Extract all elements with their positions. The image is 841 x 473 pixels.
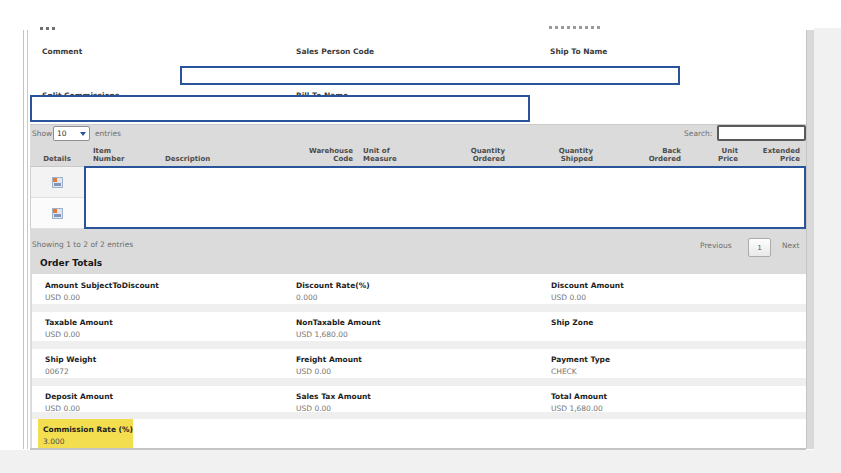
clipped-text-fragment	[40, 27, 58, 30]
column-header-unit-of-measure[interactable]: Unit ofMeasure	[363, 147, 425, 163]
line-items-grid	[84, 166, 806, 229]
table-row	[31, 167, 84, 198]
field-nontaxable-amount: NonTaxable Amount USD 1,680.00	[296, 318, 536, 339]
column-header-quantity-ordered[interactable]: QuantityOrdered	[435, 147, 505, 163]
split-commissions-input[interactable]	[30, 95, 530, 122]
field-freight-amount: Freight Amount USD 0.00	[296, 355, 536, 376]
order-totals-title: Order Totals	[40, 258, 102, 268]
page-size-value: 10	[57, 129, 67, 138]
page-number-button[interactable]: 1	[748, 238, 771, 257]
search-label: Search:	[684, 129, 712, 138]
field-amount-subject-to-discount: Amount SubjectToDiscount USD 0.00	[45, 281, 285, 302]
sales-person-code-label: Sales Person Code	[296, 47, 374, 56]
field-discount-amount: Discount Amount USD 0.00	[551, 281, 791, 302]
vertical-scrollbar[interactable]	[806, 30, 814, 449]
field-discount-rate: Discount Rate(%) 0.000	[296, 281, 536, 302]
column-header-unit-price[interactable]: UnitPrice	[673, 147, 738, 163]
field-sales-tax-amount: Sales Tax Amount USD 0.00	[296, 392, 536, 413]
field-ship-weight: Ship Weight 00672	[45, 355, 285, 376]
field-total-amount: Total Amount USD 1,680.00	[551, 392, 791, 413]
column-header-description[interactable]: Description	[165, 155, 285, 163]
field-taxable-amount: Taxable Amount USD 0.00	[45, 318, 285, 339]
column-header-quantity-shipped[interactable]: QuantityShipped	[523, 147, 593, 163]
line-items-header-row: Details ItemNumber Description Warehouse…	[30, 142, 806, 166]
previous-page-button[interactable]: Previous	[700, 241, 732, 250]
table-summary: Showing 1 to 2 of 2 entries	[32, 240, 133, 249]
clipped-text-fragment	[549, 26, 601, 29]
next-page-button[interactable]: Next	[782, 241, 799, 250]
field-payment-type: Payment Type CHECK	[551, 355, 791, 376]
column-header-extended-price[interactable]: ExtendedPrice	[730, 147, 800, 163]
column-header-item-number[interactable]: ItemNumber	[93, 147, 153, 163]
show-label: Show	[32, 129, 52, 138]
field-commission-rate-highlighted: Commission Rate (%) 3.000	[38, 419, 133, 448]
table-row	[31, 198, 84, 229]
page-right-margin	[814, 28, 841, 450]
ship-to-name-label: Ship To Name	[550, 47, 607, 56]
column-header-details[interactable]: Details	[30, 155, 84, 163]
page-bottom-margin	[0, 450, 841, 473]
entries-label: entries	[95, 129, 121, 138]
detail-zoom-icon	[52, 177, 63, 188]
column-header-warehouse-code[interactable]: WarehouseCode	[273, 147, 353, 163]
details-column	[30, 166, 84, 229]
row-details-button[interactable]	[51, 176, 64, 189]
comment-label: Comment	[42, 47, 82, 56]
column-header-back-ordered[interactable]: BackOrdered	[611, 147, 681, 163]
order-entry-screen: Comment Sales Person Code Ship To Name S…	[0, 0, 841, 473]
sales-person-code-input[interactable]	[180, 66, 680, 85]
chevron-down-icon	[80, 132, 86, 136]
field-ship-zone: Ship Zone	[551, 318, 791, 338]
left-rail-divider	[23, 30, 28, 449]
page-size-select[interactable]: 10	[53, 126, 90, 141]
detail-zoom-icon	[52, 208, 63, 219]
field-deposit-amount: Deposit Amount USD 0.00	[45, 392, 285, 413]
search-input[interactable]	[717, 125, 806, 141]
row-details-button[interactable]	[51, 207, 64, 220]
